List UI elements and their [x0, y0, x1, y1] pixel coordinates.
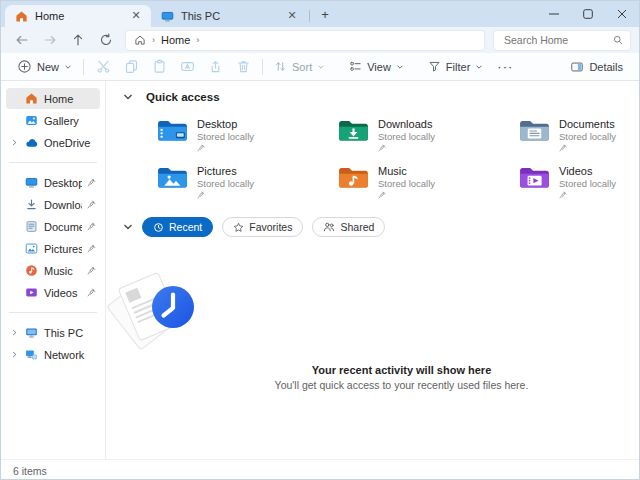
paste-button[interactable] [145, 55, 173, 79]
sidebar-item-label: Desktop [44, 177, 82, 189]
folder-name: Music [378, 165, 435, 177]
download-icon [25, 198, 39, 212]
share-button[interactable] [201, 55, 229, 79]
breadcrumb-home-icon[interactable] [134, 34, 146, 46]
chevron-right-icon[interactable] [8, 349, 20, 361]
clock-icon [153, 222, 164, 233]
sidebar-item-this-pc[interactable]: This PC [6, 322, 100, 343]
chevron-down-icon [64, 63, 72, 71]
sidebar-item-label: Home [44, 93, 96, 105]
sort-button[interactable]: Sort [268, 55, 331, 79]
filter-recent-button[interactable]: Recent [142, 217, 213, 237]
folder-status: Stored locally [378, 178, 435, 189]
quick-access-item-desktop[interactable]: Desktop Stored locally [155, 116, 336, 154]
empty-state-title: Your recent activity will show here [106, 364, 640, 376]
quick-access-item-documents[interactable]: Documents Stored locally [517, 116, 640, 154]
pin-icon [197, 144, 254, 152]
sidebar-item-videos[interactable]: Videos [6, 282, 100, 303]
star-icon [233, 222, 244, 233]
minimize-button[interactable] [537, 1, 571, 27]
folder-name: Videos [559, 165, 616, 177]
tab-home[interactable]: Home ✕ [5, 5, 151, 27]
refresh-button[interactable] [93, 29, 119, 51]
sidebar-item-network[interactable]: Network [6, 344, 100, 365]
forward-button[interactable] [37, 29, 63, 51]
sidebar-item-label: Videos [44, 287, 82, 299]
quick-access-item-music[interactable]: Music Stored locally [336, 163, 517, 201]
close-tab-icon[interactable]: ✕ [285, 9, 299, 23]
this-pc-icon [25, 326, 39, 340]
search-box[interactable] [493, 30, 631, 51]
downloads-folder-icon [338, 118, 369, 143]
quick-access-item-pictures[interactable]: Pictures Stored locally [155, 163, 336, 201]
sidebar-item-gallery[interactable]: Gallery [6, 110, 100, 131]
pictures-icon [25, 242, 39, 256]
file-explorer-window: Home ✕ This PC ✕ + [0, 0, 640, 480]
sidebar-item-desktop[interactable]: Desktop [6, 172, 100, 193]
desktop-folder-icon [157, 118, 188, 143]
status-bar: 6 items [1, 459, 639, 480]
filter-shared-button[interactable]: Shared [312, 217, 385, 237]
folder-name: Downloads [378, 118, 435, 130]
address-bar[interactable]: › Home › [125, 30, 485, 51]
chevron-down-icon[interactable] [123, 222, 133, 232]
up-button[interactable] [65, 29, 91, 51]
sidebar-item-label: Documents [44, 221, 82, 233]
section-title: Quick access [146, 91, 220, 103]
quick-access-header[interactable]: Quick access [123, 91, 640, 103]
breadcrumb-item[interactable]: Home [161, 34, 190, 46]
chevron-right-icon: › [152, 35, 155, 45]
copy-button[interactable] [117, 55, 145, 79]
pin-icon [87, 200, 96, 209]
folder-name: Documents [559, 118, 616, 130]
quick-access-item-downloads[interactable]: Downloads Stored locally [336, 116, 517, 154]
details-button[interactable]: Details [564, 55, 629, 79]
folder-name: Pictures [197, 165, 254, 177]
sidebar-item-documents[interactable]: Documents [6, 216, 100, 237]
pin-icon [87, 266, 96, 275]
quick-access-item-videos[interactable]: Videos Stored locally [517, 163, 640, 201]
folder-name: Desktop [197, 118, 254, 130]
pin-icon [559, 191, 616, 199]
close-tab-icon[interactable]: ✕ [129, 9, 143, 23]
new-label: New [37, 61, 59, 73]
details-label: Details [589, 61, 623, 73]
pin-icon [559, 144, 616, 152]
back-button[interactable] [9, 29, 35, 51]
sidebar-item-label: Downloads [44, 199, 82, 211]
quick-access-grid: Desktop Stored locally Downloads Stored … [155, 116, 640, 201]
chevron-down-icon[interactable] [123, 92, 133, 102]
chevron-right-icon[interactable] [8, 327, 20, 339]
chevron-right-icon[interactable] [8, 137, 20, 149]
maximize-button[interactable] [571, 1, 605, 27]
more-options-button[interactable]: ··· [489, 59, 521, 74]
filter-label: Filter [446, 61, 470, 73]
view-button[interactable]: View [343, 55, 410, 79]
new-tab-button[interactable]: + [314, 5, 336, 25]
close-window-button[interactable] [605, 1, 639, 27]
pictures-folder-icon [157, 165, 188, 190]
tab-label: Home [35, 10, 122, 22]
tab-this-pc[interactable]: This PC ✕ [151, 5, 307, 27]
search-input[interactable] [502, 33, 612, 47]
pin-icon [87, 178, 96, 187]
new-button[interactable]: New [11, 55, 78, 79]
sidebar-item-home[interactable]: Home [6, 88, 100, 109]
filter-button[interactable]: Filter [422, 55, 489, 79]
plus-circle-icon [17, 59, 32, 74]
sidebar-item-onedrive[interactable]: OneDrive [6, 132, 100, 153]
cut-button[interactable] [89, 55, 117, 79]
pin-icon [197, 191, 254, 199]
filter-favorites-button[interactable]: Favorites [222, 217, 303, 237]
sidebar-item-downloads[interactable]: Downloads [6, 194, 100, 215]
pin-icon [87, 244, 96, 253]
chevron-down-icon [396, 63, 404, 71]
rename-button[interactable] [173, 55, 201, 79]
sidebar-item-pictures[interactable]: Pictures [6, 238, 100, 259]
sidebar-divider [9, 312, 97, 313]
documents-folder-icon [519, 118, 550, 143]
delete-button[interactable] [229, 55, 257, 79]
item-count: 6 items [13, 465, 47, 477]
sidebar-item-music[interactable]: Music [6, 260, 100, 281]
sort-arrows-icon [274, 60, 287, 73]
